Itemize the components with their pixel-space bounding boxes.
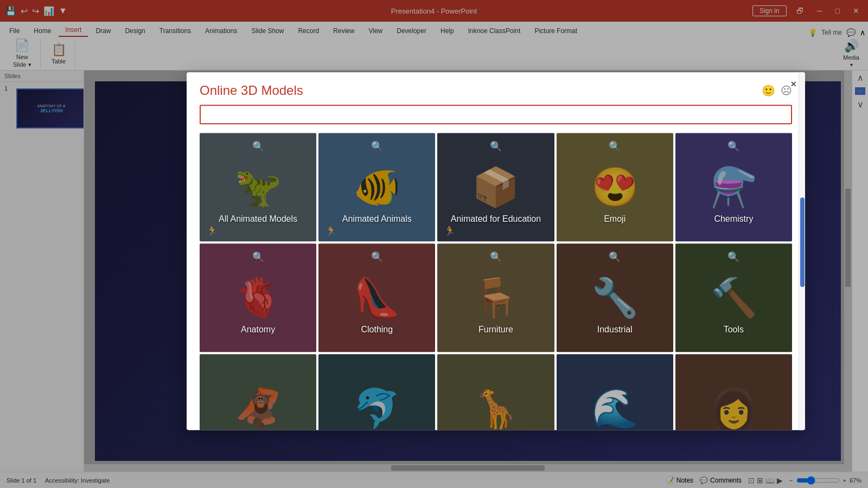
category-overlay-row3-5 [675, 354, 792, 430]
category-card-row3-5[interactable]: 👩 [675, 354, 792, 430]
category-anim-icon-all-animated: 🏃 [206, 225, 218, 237]
category-search-icon-animated-education: 🔍 [490, 140, 502, 152]
category-card-anatomy[interactable]: 🫀 🔍 Anatomy [200, 243, 316, 352]
category-search-icon-furniture: 🔍 [490, 251, 502, 263]
modal-scroll-area[interactable]: 🦖 🔍 All Animated Models 🏃 🐠 🔍 Animated A… [187, 133, 805, 430]
category-card-row3-3[interactable]: 🦒 [437, 354, 554, 430]
category-card-furniture[interactable]: 🪑 🔍 Furniture [437, 243, 554, 352]
category-overlay-row3-4 [557, 354, 673, 430]
category-card-tools[interactable]: 🔨 🔍 Tools [675, 243, 792, 352]
category-label-animated-education: Animated for Education [437, 214, 554, 224]
modal-close-button[interactable]: × [790, 79, 796, 90]
category-overlay-row3-2 [318, 354, 435, 430]
category-search-icon-chemistry: 🔍 [727, 140, 739, 152]
category-card-row3-2[interactable]: 🐬 [318, 354, 435, 430]
modal-header: Online 3D Models 🙂 ☹ × [187, 72, 805, 105]
category-label-tools: Tools [675, 325, 792, 335]
search-input[interactable] [200, 105, 792, 124]
category-card-industrial[interactable]: 🔧 🔍 Industrial [557, 243, 673, 352]
category-card-emoji[interactable]: 😍 🔍 Emoji [557, 133, 673, 241]
category-anim-icon-animated-animals: 🏃 [325, 225, 337, 237]
category-search-icon-anatomy: 🔍 [252, 251, 264, 263]
category-search-icon-industrial: 🔍 [609, 251, 621, 263]
category-card-chemistry[interactable]: ⚗️ 🔍 Chemistry [675, 133, 792, 241]
category-search-icon-tools: 🔍 [727, 251, 739, 263]
category-card-clothing[interactable]: 👠 🔍 Clothing [318, 243, 435, 352]
category-overlay-row3-1 [200, 354, 316, 430]
category-search-icon-animated-animals: 🔍 [371, 140, 383, 152]
category-search-icon-all-animated: 🔍 [252, 140, 264, 152]
category-overlay-row3-3 [437, 354, 554, 430]
category-label-animated-animals: Animated Animals [318, 214, 435, 224]
category-card-row3-4[interactable]: 🌊 [557, 354, 673, 430]
modal-scrollbar-thumb[interactable] [800, 197, 805, 287]
category-label-anatomy: Anatomy [200, 325, 316, 335]
like-icon[interactable]: 🙂 [762, 84, 775, 97]
category-label-emoji: Emoji [557, 214, 673, 224]
category-label-clothing: Clothing [318, 325, 435, 335]
category-label-chemistry: Chemistry [675, 214, 792, 224]
category-label-furniture: Furniture [437, 325, 554, 335]
category-card-animated-education[interactable]: 📦 🔍 Animated for Education 🏃 [437, 133, 554, 241]
category-card-row3-1[interactable]: 🦧 [200, 354, 316, 430]
online-3d-models-modal: Online 3D Models 🙂 ☹ × 🦖 🔍 All Animated … [187, 72, 805, 430]
category-anim-icon-animated-education: 🏃 [444, 225, 456, 237]
category-card-all-animated[interactable]: 🦖 🔍 All Animated Models 🏃 [200, 133, 316, 241]
category-card-animated-animals[interactable]: 🐠 🔍 Animated Animals 🏃 [318, 133, 435, 241]
categories-grid: 🦖 🔍 All Animated Models 🏃 🐠 🔍 Animated A… [200, 133, 792, 430]
modal-overlay[interactable]: Online 3D Models 🙂 ☹ × 🦖 🔍 All Animated … [0, 0, 868, 488]
modal-header-right: 🙂 ☹ [762, 84, 792, 97]
modal-title: Online 3D Models [200, 83, 303, 98]
category-search-icon-emoji: 🔍 [609, 140, 621, 152]
category-search-icon-clothing: 🔍 [371, 251, 383, 263]
category-label-industrial: Industrial [557, 325, 673, 335]
category-label-all-animated: All Animated Models [200, 214, 316, 224]
